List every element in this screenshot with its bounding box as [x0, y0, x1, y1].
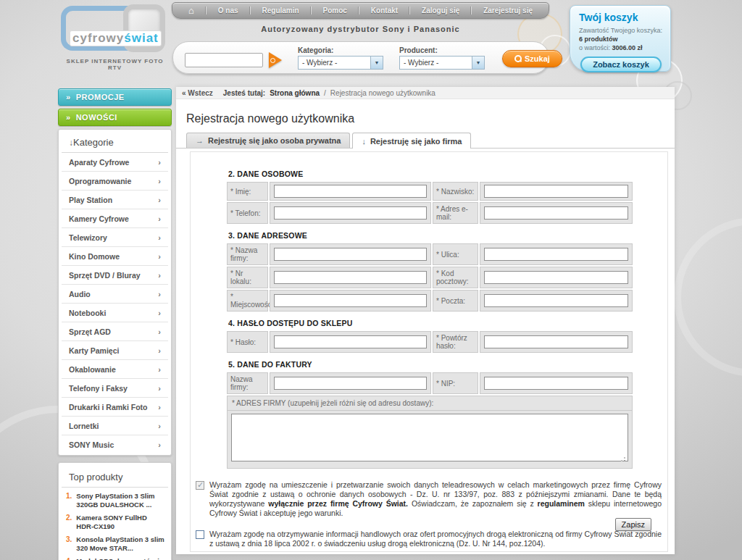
sidebar-item-aparaty-cyfrowe[interactable]: Aparaty Cyfrowe›	[62, 153, 168, 172]
sidebar-item-sprzet-dvd[interactable]: Sprzęt DVD / Bluray›	[62, 266, 168, 285]
city-field[interactable]	[274, 294, 427, 307]
last-name-field[interactable]	[484, 185, 628, 198]
tab-private-person[interactable]: → Rejestruję się jako osoba prywatna	[186, 133, 350, 148]
first-name-field[interactable]	[274, 185, 427, 198]
top-products-title: Top produkty	[62, 469, 168, 488]
nav-item-zarejestruj[interactable]: Zarejestruj się	[483, 7, 533, 14]
phone-label: * Telefon:	[227, 202, 268, 224]
category-label: Karty Pamięci	[69, 346, 119, 355]
nav-item-zaloguj[interactable]: Zaloguj się	[422, 7, 459, 14]
site-logo[interactable]: cyfrowyświat SKLEP INTERNETOWY FOTO RTV	[59, 4, 170, 80]
nav-item-kontakt[interactable]: Kontakt	[371, 7, 398, 14]
search-button[interactable]: Szukaj	[502, 50, 562, 67]
sidebar-item-drukarki[interactable]: Drukarki i Ramki Foto›	[62, 398, 168, 417]
save-button[interactable]: Zapisz	[615, 518, 651, 531]
nip-field[interactable]	[484, 377, 628, 390]
commercial-info-checkbox[interactable]	[196, 530, 204, 539]
category-label: Play Station	[69, 196, 112, 204]
consent-text-bold: wyłącznie przez firmę Cyfrowy Świat.	[268, 499, 408, 508]
page-title: Rejestracja nowego użytkownika	[186, 112, 675, 125]
cart-value-prefix: o wartości:	[579, 44, 610, 51]
category-label: Sprzęt DVD / Bluray	[69, 271, 141, 280]
search-button-label: Szukaj	[525, 54, 550, 63]
tab-private-label: Rejestruję się jako osoba prywatna	[208, 136, 341, 145]
category-label: Drukarki i Ramki Foto	[69, 403, 148, 411]
sidebar-item-play-station[interactable]: Play Station›	[62, 191, 168, 209]
city-label: * Miejscowość:	[227, 290, 268, 312]
sidebar-item-sony-music[interactable]: SONY Music›	[62, 435, 168, 454]
top-product-2[interactable]: 2.Kamera SONY FullHD HDR-CX190	[59, 509, 171, 531]
back-link[interactable]: « Wstecz	[182, 89, 213, 97]
company-name-label: * Nazwa firmy:	[227, 243, 268, 265]
company-address-wrap	[227, 411, 633, 469]
marketing-consent-checkbox[interactable]	[196, 481, 204, 490]
chevron-down-icon[interactable]: ▼	[472, 57, 484, 69]
company-name-field[interactable]	[274, 248, 427, 261]
sidebar-item-audio[interactable]: Audio›	[62, 285, 168, 304]
sidebar-item-lornetki[interactable]: Lornetki›	[62, 417, 168, 435]
cart-contents-label: Zawartość Twojego koszyka:	[579, 26, 663, 35]
repeat-password-field[interactable]	[484, 335, 628, 348]
category-label: Lornetki	[69, 422, 99, 430]
invoice-company-field[interactable]	[274, 377, 427, 390]
postal-code-field[interactable]	[484, 271, 628, 284]
cart-count: 6 produktów	[579, 35, 663, 43]
search-input[interactable]	[185, 53, 263, 67]
email-field[interactable]	[484, 206, 628, 220]
password-field[interactable]	[274, 335, 427, 348]
chevron-right-icon: ›	[158, 196, 161, 204]
nav-item-o-nas[interactable]: O nas	[218, 7, 238, 14]
street-field[interactable]	[484, 248, 628, 261]
company-address-textarea[interactable]	[231, 414, 628, 461]
logo-wordmark: cyfrowyświat	[70, 30, 162, 46]
post-office-field[interactable]	[484, 294, 628, 307]
top-product-4[interactable]: 4.Moduł GPS do aparatów i kamer cyfrowyc…	[59, 553, 171, 560]
sidebar-item-sprzet-agd[interactable]: Sprzęt AGD›	[62, 322, 168, 341]
cart-panel: Twój koszyk Zawartość Twojego koszyka: 6…	[570, 5, 671, 72]
producer-label: Producent:	[399, 46, 485, 54]
category-label: SONY Music	[69, 440, 114, 449]
view-cart-button[interactable]: Zobacz koszyk	[580, 57, 662, 72]
sidebar-item-okablowanie[interactable]: Okablowanie›	[62, 360, 168, 379]
home-icon[interactable]: ⌂	[188, 6, 194, 15]
sidebar-item-telewizory[interactable]: Telewizory›	[62, 228, 168, 247]
sidebar-item-kamery-cyfrowe[interactable]: Kamery Cyfrowe›	[62, 209, 168, 228]
search-go-icon[interactable]	[269, 52, 282, 68]
logo-word2: świat	[124, 31, 159, 45]
phone-field[interactable]	[274, 206, 427, 220]
product-rank: 3.	[66, 535, 72, 553]
email-label: * Adres e-mail:	[433, 202, 478, 224]
form-row: * Hasło: * Powtórz hasło:	[227, 331, 633, 353]
categories-title: ↓Kategorie	[62, 134, 168, 153]
sidebar-item-notebooki[interactable]: Notebooki›	[62, 304, 168, 322]
sidebar-item-oprogramowanie[interactable]: Oprogramowanie›	[62, 172, 168, 191]
invoice-company-label: Nazwa firmy:	[227, 372, 268, 394]
category-label: Sprzęt AGD	[69, 327, 111, 336]
post-office-label: * Poczta:	[433, 290, 478, 312]
nav-item-pomoc[interactable]: Pomoc	[323, 7, 347, 14]
sidebar-item-karty-pamieci[interactable]: Karty Pamięci›	[62, 341, 168, 360]
category-select[interactable]: - Wybierz - ▼	[298, 56, 383, 70]
sidebar-item-kino-domowe[interactable]: Kino Domowe›	[62, 247, 168, 266]
producer-select[interactable]: - Wybierz - ▼	[399, 56, 485, 70]
nav-item-regulamin[interactable]: Regulamin	[262, 7, 299, 14]
breadcrumb-home-link[interactable]: Strona główna	[270, 89, 320, 97]
unit-number-field[interactable]	[274, 271, 427, 284]
double-chevron-icon: »	[66, 93, 71, 101]
search-bar: Kategoria: - Wybierz - ▼ Producent: - Wy…	[172, 41, 549, 74]
top-navigation: ⌂ O nas Regulamin Pomoc Kontakt Zaloguj …	[172, 2, 549, 19]
sidebar-item-nowosci[interactable]: » NOWOŚCI	[58, 109, 172, 126]
breadcrumb-current: Rejestracja nowego użytkownika	[330, 89, 435, 97]
nowosci-label: NOWOŚCI	[76, 113, 117, 122]
nip-label: * NIP:	[433, 372, 478, 394]
top-product-3[interactable]: 3.Konsola PlayStation 3 slim 320 Move ST…	[59, 531, 171, 553]
sidebar-item-promocje[interactable]: » PROMOCJE	[58, 88, 172, 106]
top-product-1[interactable]: 1.Sony PlayStation 3 Slim 320GB DUALSHOC…	[59, 488, 171, 509]
unit-number-label: * Nr lokalu:	[227, 267, 268, 288]
form-row: * Nr lokalu: * Kod pocztowy:	[227, 267, 633, 288]
tab-company[interactable]: ↓ Rejestruję się jako firma	[352, 133, 471, 149]
chevron-down-icon[interactable]: ▼	[370, 57, 383, 69]
company-address-label: * ADRES FIRMY (uzupełnij jeżeli różni si…	[227, 396, 633, 411]
sidebar-item-telefony[interactable]: Telefony i Faksy›	[62, 379, 168, 398]
cart-value: 3006.00 zł	[612, 44, 643, 51]
